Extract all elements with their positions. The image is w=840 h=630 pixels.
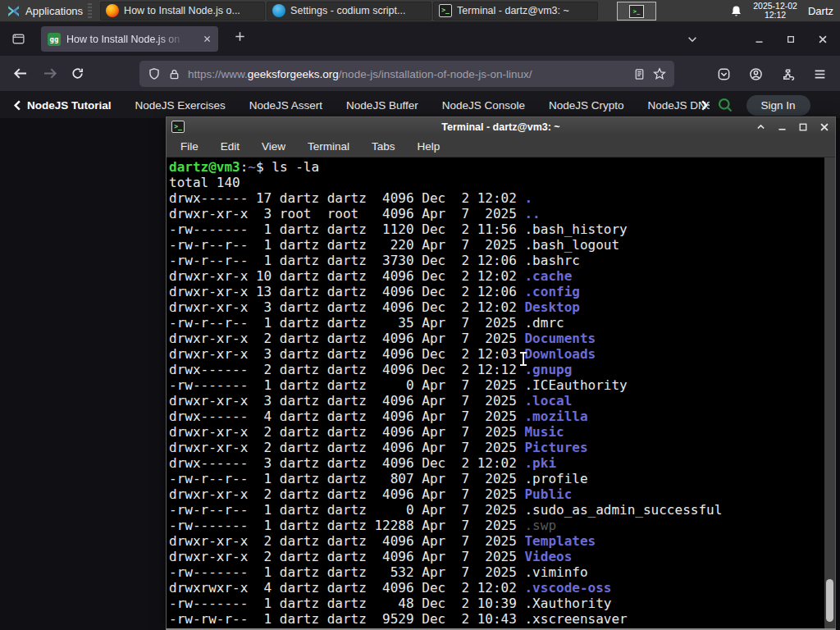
- terminal-line: -rw-rw-r-- 1 dartz dartz 9529 Dec 2 10:4…: [169, 611, 824, 627]
- applications-icon: [7, 4, 21, 18]
- gfg-nav-items: NodeJS ExercisesNodeJS AssertNodeJS Buff…: [135, 99, 710, 112]
- nav-scroll-left-icon[interactable]: [11, 99, 24, 112]
- terminal-window: >_ Terminal - dartz@vm3: ~ FileEditViewT…: [166, 116, 836, 630]
- bookmark-star-icon[interactable]: [653, 67, 666, 80]
- lock-icon[interactable]: [168, 68, 180, 80]
- terminal-line: drwxr-xr-x 2 dartz dartz 4096 Apr 7 2025…: [169, 440, 824, 455]
- taskbar-item-browser[interactable]: How to Install Node.js o...: [100, 2, 265, 21]
- terminal-line: -rw-r--r-- 1 dartz dartz 35 Apr 7 2025 .…: [169, 315, 824, 331]
- terminal-line: drwx------ 2 dartz dartz 4096 Dec 2 12:1…: [169, 362, 824, 377]
- tab-close-icon[interactable]: [203, 34, 212, 43]
- terminal-line: drwxr-xr-x 3 dartz dartz 4096 Apr 7 2025…: [169, 393, 824, 409]
- terminal-line: drwx------ 4 dartz dartz 4096 Apr 7 2025…: [169, 409, 824, 424]
- gfg-favicon: gg: [48, 33, 61, 46]
- text-cursor-pointer: [523, 353, 524, 365]
- terminal-scrollbar-thumb[interactable]: [826, 579, 833, 622]
- window-close-icon[interactable]: [817, 34, 829, 45]
- terminal-line: dartz@vm3:~$ ls -la: [169, 159, 824, 175]
- terminal-line: drwxr-xr-x 13 dartz dartz 4096 Dec 2 12:…: [169, 284, 824, 299]
- nav-item[interactable]: NodeJS Buffer: [346, 99, 418, 112]
- terminal-line: total 140: [169, 175, 824, 190]
- nav-item[interactable]: NodeJS Assert: [249, 99, 322, 112]
- firefox-view-icon[interactable]: [11, 32, 25, 46]
- reload-button[interactable]: [71, 66, 84, 80]
- nav-item[interactable]: NodeJS Exercises: [135, 99, 226, 112]
- nav-scroll-right-icon[interactable]: [698, 99, 710, 112]
- terminal-line: -rw------- 1 dartz dartz 0 Apr 7 2025 .I…: [169, 377, 824, 393]
- nav-item[interactable]: NodeJS Crypto: [549, 99, 624, 112]
- terminal-line: drwxr-xr-x 2 dartz dartz 4096 Apr 7 2025…: [169, 331, 824, 346]
- terminal-title: Terminal - dartz@vm3: ~: [167, 121, 835, 133]
- firefox-icon: [106, 4, 119, 17]
- terminal-menu-edit[interactable]: Edit: [221, 140, 240, 153]
- codium-icon: [272, 4, 285, 17]
- tracking-shield-icon[interactable]: [148, 67, 161, 80]
- terminal-window-icon: >_: [171, 121, 185, 133]
- terminal-scrollbar[interactable]: [824, 158, 835, 628]
- terminal-line: drwx------ 17 dartz dartz 4096 Dec 2 12:…: [169, 190, 824, 206]
- url-bar[interactable]: https://www.geeksforgeeks.org/node-js/in…: [139, 61, 674, 87]
- sign-in-button[interactable]: Sign In: [746, 95, 810, 116]
- browser-tab-bar: gg How to Install Node.js on: [0, 22, 840, 56]
- workspace-switcher[interactable]: >_: [617, 2, 656, 21]
- window-minimize-icon[interactable]: [754, 34, 765, 44]
- desktop: Applications How to Install Node.js o...…: [0, 0, 840, 630]
- list-all-tabs-icon[interactable]: [687, 34, 698, 45]
- terminal-line: drwxr-xr-x 3 dartz dartz 4096 Dec 2 12:0…: [169, 299, 824, 315]
- terminal-line: -rw------- 1 dartz dartz 1120 Dec 2 11:5…: [169, 221, 824, 237]
- terminal-body[interactable]: dartz@vm3:~$ ls -latotal 140drwx------ 1…: [167, 158, 835, 628]
- back-button[interactable]: [13, 66, 29, 81]
- search-icon[interactable]: [717, 97, 733, 113]
- window-maximize-icon[interactable]: [786, 34, 796, 44]
- terminal-menu-terminal[interactable]: Terminal: [308, 140, 349, 153]
- save-to-pocket-icon[interactable]: [717, 67, 731, 81]
- user-menu[interactable]: Dartz: [808, 5, 833, 17]
- terminal-line: drwxr-xr-x 2 dartz dartz 4096 Apr 7 2025…: [169, 424, 824, 440]
- applications-menu[interactable]: Applications: [0, 0, 100, 22]
- url-text: https://www.geeksforgeeks.org/node-js/in…: [188, 68, 626, 80]
- terminal-line: drwxr-xr-x 3 dartz dartz 4096 Dec 2 12:0…: [169, 346, 824, 362]
- minimize-window-icon[interactable]: [777, 121, 788, 132]
- forward-button[interactable]: [42, 66, 57, 81]
- taskbar-item-terminal[interactable]: >_ Terminal - dartz@vm3: ~: [433, 2, 598, 21]
- terminal-output: dartz@vm3:~$ ls -latotal 140drwx------ 1…: [169, 159, 824, 627]
- new-tab-button[interactable]: [234, 30, 246, 43]
- nav-item-tutorial[interactable]: NodeJS Tutorial: [27, 99, 112, 112]
- account-icon[interactable]: [749, 67, 763, 81]
- taskbar-item-codium[interactable]: Settings - codium script...: [267, 2, 431, 21]
- gfg-nav-bar: NodeJS Tutorial NodeJS ExercisesNodeJS A…: [0, 92, 840, 119]
- shade-window-icon[interactable]: [756, 121, 766, 132]
- terminal-line: drwxr-xr-x 2 dartz dartz 4096 Apr 7 2025…: [169, 549, 824, 564]
- browser-toolbar: https://www.geeksforgeeks.org/node-js/in…: [0, 56, 840, 92]
- terminal-line: drwxrwxr-x 4 dartz dartz 4096 Dec 2 12:0…: [169, 580, 824, 596]
- terminal-menu-help[interactable]: Help: [418, 140, 441, 153]
- clock[interactable]: 2025-12-02 12:12: [753, 2, 797, 21]
- terminal-line: drwxr-xr-x 10 dartz dartz 4096 Dec 2 12:…: [169, 268, 824, 284]
- top-panel: Applications How to Install Node.js o...…: [0, 0, 840, 22]
- tab-title: How to Install Node.js on: [66, 34, 188, 45]
- reader-view-icon[interactable]: [633, 68, 646, 80]
- terminal-line: -rw-r--r-- 1 dartz dartz 220 Apr 7 2025 …: [169, 237, 824, 253]
- taskbar-label: Terminal - dartz@vm3: ~: [457, 5, 569, 16]
- maximize-window-icon[interactable]: [798, 122, 808, 132]
- workspace-terminal-icon: >_: [629, 5, 644, 18]
- taskbar-label: How to Install Node.js o...: [124, 5, 240, 16]
- browser-tab-active[interactable]: gg How to Install Node.js on: [41, 26, 218, 52]
- panel-status-area: 2025-12-02 12:12 Dartz: [730, 2, 840, 21]
- close-window-icon[interactable]: [819, 121, 830, 133]
- terminal-menu-file[interactable]: File: [180, 140, 199, 153]
- notification-bell-icon[interactable]: [730, 5, 742, 17]
- nav-item[interactable]: NodeJS Console: [442, 99, 525, 112]
- clock-time: 12:12: [753, 11, 797, 21]
- terminal-icon: >_: [439, 4, 452, 17]
- terminal-menu-view[interactable]: View: [262, 140, 285, 153]
- toolbar-right-icons: [717, 56, 840, 92]
- terminal-menu-tabs[interactable]: Tabs: [372, 140, 395, 153]
- applications-label: Applications: [25, 5, 83, 17]
- extensions-icon[interactable]: [781, 67, 795, 81]
- terminal-menubar: FileEditViewTerminalTabsHelp: [167, 136, 835, 158]
- terminal-titlebar[interactable]: >_ Terminal - dartz@vm3: ~: [167, 117, 835, 136]
- panel-handle: [88, 3, 92, 18]
- terminal-line: -rw------- 1 dartz dartz 48 Dec 2 10:39 …: [169, 596, 824, 611]
- menu-hamburger-icon[interactable]: [813, 67, 827, 81]
